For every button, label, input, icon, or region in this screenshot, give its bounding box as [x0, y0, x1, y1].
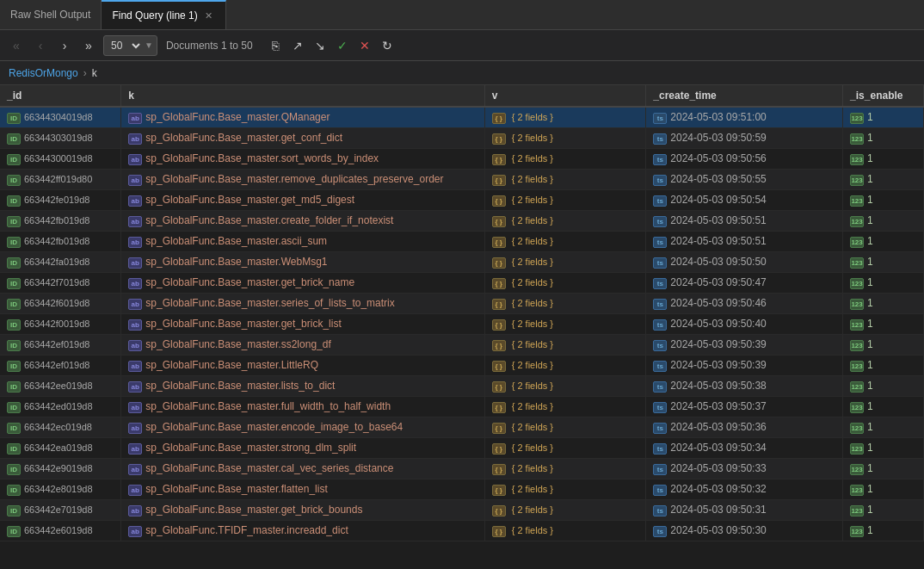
id-icon: ID	[7, 319, 21, 331]
table-row[interactable]: ID66344304019d8absp_GlobalFunc.Base_mast…	[0, 107, 924, 127]
col-header-id[interactable]: _id	[0, 85, 121, 107]
num-icon: 123	[850, 381, 864, 393]
table-row[interactable]: ID663442fe019d8absp_GlobalFunc.Base_mast…	[0, 189, 924, 210]
cell-k: absp_GlobalFunc.Base_master.get_conf_dic…	[121, 127, 484, 148]
page-size-dropdown[interactable]: 10 25 50 100 200	[108, 39, 143, 53]
cell-create-time: ts2024-05-03 09:50:36	[646, 417, 843, 437]
cell-v: { } { 2 fields }	[484, 189, 646, 210]
table-row[interactable]: ID663442f6019d8absp_GlobalFunc.Base_mast…	[0, 293, 924, 313]
obj-icon: { }	[492, 381, 506, 393]
table-row[interactable]: ID663442ee019d8absp_GlobalFunc.Base_mast…	[0, 375, 924, 396]
cell-k: absp_GlobalFunc.Base_master.sort_words_b…	[121, 148, 484, 169]
cell-k: absp_GlobalFunc.Base_master.get_brick_li…	[121, 313, 484, 334]
breadcrumb-root[interactable]: RedisOrMongo	[9, 67, 78, 79]
str-icon: ab	[128, 505, 142, 516]
copy-button[interactable]: ⎘	[265, 35, 286, 56]
table-row[interactable]: ID663442e9019d8absp_GlobalFunc.Base_mast…	[0, 458, 924, 479]
obj-icon: { }	[492, 505, 506, 516]
obj-icon: { }	[492, 195, 506, 207]
str-icon: ab	[128, 237, 142, 248]
table-row[interactable]: ID663442ef019d8absp_GlobalFunc.Base_mast…	[0, 334, 924, 355]
id-icon: ID	[7, 175, 21, 186]
table-row[interactable]: ID663442ea019d8absp_GlobalFunc.Base_mast…	[0, 437, 924, 458]
refresh-button[interactable]: ↻	[377, 35, 397, 56]
cell-create-time: ts2024-05-03 09:51:00	[646, 107, 843, 127]
table-row[interactable]: ID663442ec019d8absp_GlobalFunc.Base_mast…	[0, 417, 924, 437]
id-icon: ID	[7, 485, 21, 496]
table-row[interactable]: ID663442ef019d8absp_GlobalFunc.Base_mast…	[0, 355, 924, 375]
cell-id: ID66344300019d8	[0, 148, 121, 169]
obj-icon: { }	[492, 237, 506, 248]
id-icon: ID	[7, 526, 21, 537]
tab-raw-shell[interactable]: Raw Shell Output	[0, 0, 102, 29]
ts-icon: ts	[653, 464, 667, 475]
table-row[interactable]: ID663442fb019d8absp_GlobalFunc.Base_mast…	[0, 210, 924, 231]
cell-is-enable: 1231	[843, 375, 924, 396]
delete-button[interactable]: ✕	[354, 35, 375, 56]
nav-prev-button[interactable]: ‹	[31, 36, 50, 55]
cell-is-enable: 1231	[843, 169, 924, 189]
cell-is-enable: 1231	[843, 231, 924, 251]
cell-create-time: ts2024-05-03 09:50:54	[646, 189, 843, 210]
col-header-v[interactable]: v	[484, 85, 646, 107]
col-header-k[interactable]: k	[121, 85, 484, 107]
id-icon: ID	[7, 381, 21, 393]
ts-icon: ts	[653, 216, 667, 227]
ts-icon: ts	[653, 505, 667, 516]
num-icon: 123	[850, 299, 864, 310]
str-icon: ab	[128, 278, 142, 289]
toolbar: « ‹ › » 10 25 50 100 200 ▼ Documents 1 t…	[0, 30, 924, 61]
str-icon: ab	[128, 443, 142, 455]
table-row[interactable]: ID66344300019d8absp_GlobalFunc.Base_mast…	[0, 148, 924, 169]
str-icon: ab	[128, 526, 142, 537]
ts-icon: ts	[653, 361, 667, 372]
cell-k: absp_GlobalFunc.Base_master.QManager	[121, 107, 484, 127]
cell-v: { } { 2 fields }	[484, 127, 646, 148]
cell-create-time: ts2024-05-03 09:50:39	[646, 355, 843, 375]
ts-icon: ts	[653, 237, 667, 248]
nav-last-button[interactable]: »	[79, 36, 98, 55]
num-icon: 123	[850, 505, 864, 516]
str-icon: ab	[128, 485, 142, 496]
str-icon: ab	[128, 340, 142, 351]
cell-id: ID663442ef019d8	[0, 355, 121, 375]
table-row[interactable]: ID663442f7019d8absp_GlobalFunc.Base_mast…	[0, 272, 924, 293]
col-header-create-time[interactable]: _create_time	[646, 85, 843, 107]
obj-icon: { }	[492, 423, 506, 434]
table-row[interactable]: ID663442fa019d8absp_GlobalFunc.Base_mast…	[0, 251, 924, 272]
nav-next-button[interactable]: ›	[55, 36, 74, 55]
cell-k: absp_GlobalFunc.TFIDF_master.increadd_di…	[121, 520, 484, 541]
table-row[interactable]: ID663442e8019d8absp_GlobalFunc.Base_mast…	[0, 479, 924, 499]
page-size-selector[interactable]: 10 25 50 100 200 ▼	[103, 35, 157, 56]
table-row[interactable]: ID663442ed019d8absp_GlobalFunc.Base_mast…	[0, 396, 924, 417]
data-table-container: _id k v _create_time _is_enable ID663443…	[0, 85, 924, 569]
str-icon: ab	[128, 195, 142, 207]
tab-find-query-close[interactable]: ✕	[203, 9, 215, 22]
table-row[interactable]: ID663442e7019d8absp_GlobalFunc.Base_mast…	[0, 499, 924, 520]
export-button[interactable]: ↗	[287, 35, 308, 56]
breadcrumb-current: k	[92, 67, 97, 79]
nav-first-button[interactable]: «	[7, 36, 26, 55]
cell-create-time: ts2024-05-03 09:50:47	[646, 272, 843, 293]
cell-create-time: ts2024-05-03 09:50:32	[646, 479, 843, 499]
import-button[interactable]: ↘	[310, 35, 330, 56]
data-table: _id k v _create_time _is_enable ID663443…	[0, 85, 924, 541]
cell-k: absp_GlobalFunc.Base_master.get_md5_dige…	[121, 189, 484, 210]
cell-is-enable: 1231	[843, 210, 924, 231]
cell-create-time: ts2024-05-03 09:50:51	[646, 210, 843, 231]
cell-v: { } { 2 fields }	[484, 231, 646, 251]
table-row[interactable]: ID663442fb019d8absp_GlobalFunc.Base_mast…	[0, 231, 924, 251]
cell-is-enable: 1231	[843, 479, 924, 499]
table-row[interactable]: ID663442ff019d80absp_GlobalFunc.Base_mas…	[0, 169, 924, 189]
document-count: Documents 1 to 50	[166, 40, 253, 52]
str-icon: ab	[128, 381, 142, 393]
tab-find-query[interactable]: Find Query (line 1) ✕	[102, 0, 225, 29]
obj-icon: { }	[492, 361, 506, 372]
ts-icon: ts	[653, 485, 667, 496]
table-row[interactable]: ID663442f0019d8absp_GlobalFunc.Base_mast…	[0, 313, 924, 334]
table-row[interactable]: ID663442e6019d8absp_GlobalFunc.TFIDF_mas…	[0, 520, 924, 541]
check-button[interactable]: ✓	[332, 35, 353, 56]
table-row[interactable]: ID66344303019d8absp_GlobalFunc.Base_mast…	[0, 127, 924, 148]
col-header-is-enable[interactable]: _is_enable	[843, 85, 924, 107]
check-icon: ✓	[337, 39, 348, 53]
